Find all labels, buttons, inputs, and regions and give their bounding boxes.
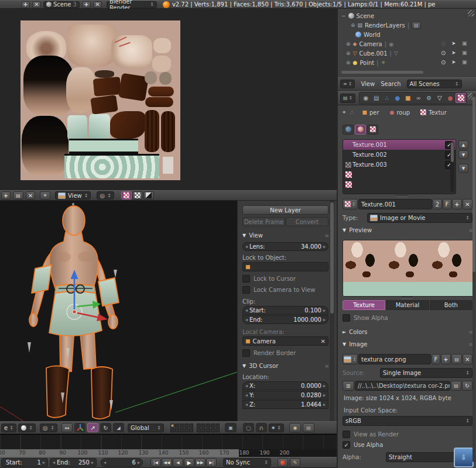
reload-image-button[interactable]: ↻: [462, 381, 472, 391]
hide-eye-icon[interactable]: ⊙: [441, 59, 446, 66]
renderable-camera-icon[interactable]: ▣: [462, 40, 467, 46]
new-texture-button[interactable]: +: [452, 199, 462, 209]
open-image-button[interactable]: ▤: [13, 191, 23, 199]
pack-image-button[interactable]: ▤: [451, 381, 461, 391]
empty-object-dot[interactable]: [72, 203, 74, 205]
breadcrumb-material[interactable]: ● roup: [390, 109, 410, 116]
pivot-dropdown[interactable]: ◎ ↕: [97, 191, 114, 199]
image-panel-header[interactable]: ▼ Image ≡: [343, 341, 472, 347]
lock-to-cursor-row[interactable]: Lock to Cursor: [242, 275, 328, 283]
file-browse-button[interactable]: ▥: [343, 381, 354, 391]
jump-to-end-button[interactable]: ▶|: [206, 458, 217, 467]
move-slot-down-button[interactable]: ▼: [458, 150, 468, 159]
use-alpha-checkbox[interactable]: ✓: [343, 441, 350, 449]
texture-slot[interactable]: Texture.003 ✓: [343, 160, 456, 170]
pin-icon[interactable]: ⌖: [343, 109, 346, 116]
image-name-field[interactable]: textura cor.png: [358, 354, 431, 364]
layer-cell[interactable]: [215, 428, 220, 432]
unlink-image-button[interactable]: ✕: [463, 354, 472, 364]
layer-cell[interactable]: [189, 428, 193, 432]
stepper-left-icon[interactable]: ◂: [53, 460, 55, 465]
layer-cell[interactable]: [184, 428, 189, 432]
expand-icon[interactable]: ⊕: [346, 50, 351, 56]
breadcrumb-texture[interactable]: Textur: [420, 109, 447, 116]
move-slot-up-button[interactable]: ▲: [458, 140, 468, 149]
stepper-left-icon[interactable]: ◂: [104, 460, 106, 465]
tab-texture-active[interactable]: [456, 93, 467, 103]
pin-icon[interactable]: ⌖: [40, 191, 50, 199]
preview-both-button[interactable]: Both: [430, 300, 472, 310]
next-keyframe-button[interactable]: ▶▶: [195, 458, 206, 467]
lock-object-field[interactable]: ■: [242, 262, 328, 271]
texture-slot-empty[interactable]: [343, 170, 456, 180]
colorspace-dropdown[interactable]: sRGB ↕: [343, 416, 472, 426]
delete-frame-button[interactable]: Delete Frame: [242, 217, 285, 226]
clear-camera-icon[interactable]: ✕: [321, 338, 326, 345]
lens-slider[interactable]: ◂ Lens: 34.000 ▸: [242, 242, 328, 251]
stepper-left-icon[interactable]: ◂: [245, 244, 248, 249]
clip-start-slider[interactable]: ◂ Start: 0.100 ▸: [242, 306, 328, 315]
jump-to-start-button[interactable]: |◀: [150, 458, 161, 467]
draw-color-toggle[interactable]: [132, 191, 143, 199]
view-as-render-checkbox[interactable]: [343, 431, 350, 438]
stepper-right-icon[interactable]: ▸: [138, 460, 140, 465]
timeline-ruler[interactable]: 60 70 80 90 100 110 120 130 140 150 160 …: [0, 449, 337, 457]
scale-manipulator-button[interactable]: ◢: [113, 423, 124, 432]
add-scene-button[interactable]: +: [82, 1, 91, 8]
render-animation-button[interactable]: ▤: [303, 423, 314, 432]
expand-icon[interactable]: ⊕: [346, 41, 351, 47]
layer-cell[interactable]: [189, 424, 193, 428]
hide-eye-icon[interactable]: ⊙: [441, 50, 446, 56]
world-texture-context-button[interactable]: [343, 125, 354, 135]
renderable-camera-icon[interactable]: ▣: [462, 59, 467, 65]
snap-toggle-button[interactable]: ∩: [256, 423, 267, 432]
layer-1-active[interactable]: [170, 424, 174, 428]
source-dropdown[interactable]: Single Image ↕: [380, 368, 472, 378]
tab-world[interactable]: ●: [392, 94, 402, 102]
material-texture-context-button[interactable]: [355, 125, 366, 135]
preview-material-button[interactable]: Material: [386, 300, 429, 310]
nodes-icon[interactable]: ∴: [351, 109, 354, 115]
stepper-left-icon[interactable]: ◂: [245, 317, 248, 322]
add-layout-button[interactable]: +: [21, 1, 30, 8]
tab-modifiers[interactable]: ⚙: [424, 94, 434, 102]
local-camera-field[interactable]: ■ Camera ✕: [242, 336, 328, 346]
panel-grip[interactable]: ≡: [324, 233, 328, 239]
view-menu[interactable]: View: [361, 81, 375, 87]
layer-cell[interactable]: [184, 424, 189, 428]
outliner-label[interactable]: World: [364, 32, 381, 38]
layer-cell[interactable]: [206, 428, 210, 432]
outliner-row-camera[interactable]: ⊕ ◆ Camera | ◉: [346, 39, 394, 49]
orientation-dropdown[interactable]: Global ↕: [128, 424, 164, 432]
cursor-x-slider[interactable]: ◂ X: 0.0000 ▸: [242, 381, 328, 390]
tab-material[interactable]: ●: [445, 94, 455, 102]
preview-texture-button[interactable]: Texture: [343, 300, 385, 310]
cursor-z-slider[interactable]: ◂ Z: 1.0464 ▸: [242, 400, 328, 409]
editor-type-button[interactable]: ▤ ↕: [340, 94, 355, 103]
mode-dropdown[interactable]: e ↕: [1, 424, 16, 432]
texture-name-field[interactable]: Texture.001: [358, 199, 432, 209]
outliner-row-world[interactable]: World: [355, 30, 381, 39]
preview-panel-header[interactable]: ▼ Preview ≡: [343, 227, 472, 233]
stepper-right-icon[interactable]: ▸: [323, 393, 326, 398]
open-image-button[interactable]: ▤: [451, 354, 462, 364]
layer-cell[interactable]: [211, 428, 215, 432]
manipulator-toggle-button[interactable]: ⇔: [61, 423, 73, 432]
stepper-right-icon[interactable]: ▸: [323, 383, 326, 388]
corner-resize-widget[interactable]: [468, 10, 474, 16]
browse-texture-button[interactable]: ↕: [343, 199, 358, 209]
stepper-left-icon[interactable]: ◂: [245, 383, 248, 388]
axis-widget-button[interactable]: [74, 423, 85, 432]
texture-slot-selected[interactable]: Texture.001 ✓: [343, 140, 456, 150]
cursor-y-slider[interactable]: ◂ Y: 0.0280 ▸: [242, 391, 328, 400]
layer-cell[interactable]: [175, 424, 179, 428]
shading-dropdown[interactable]: ↕: [18, 424, 36, 432]
cursor-panel-header[interactable]: ▼ 3D Cursor ≡: [242, 363, 328, 369]
render-border-row[interactable]: Render Border: [242, 349, 328, 357]
selectable-cursor-icon[interactable]: ➤: [451, 59, 456, 65]
stepper-right-icon[interactable]: ▸: [323, 402, 326, 407]
play-button[interactable]: ▶: [184, 458, 194, 467]
rotate-manipulator-button[interactable]: ↻: [100, 423, 111, 432]
fake-user-button[interactable]: F: [443, 199, 451, 209]
outliner-label[interactable]: Scene: [357, 13, 375, 19]
